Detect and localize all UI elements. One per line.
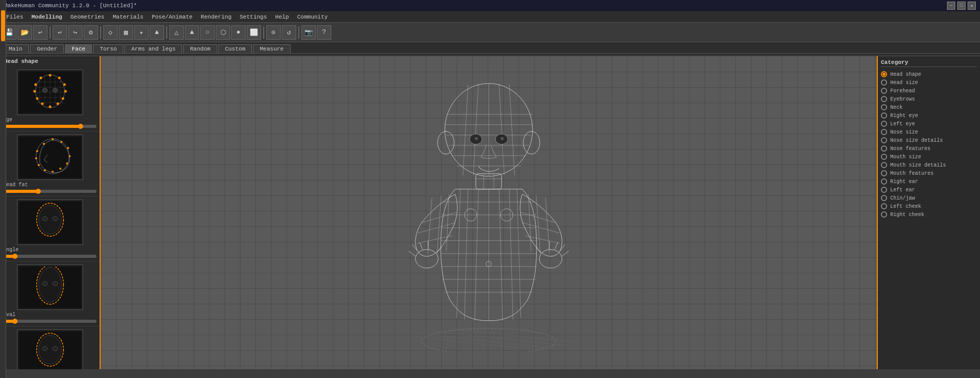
radio-8[interactable] xyxy=(881,137,887,143)
radio-7[interactable] xyxy=(881,129,887,135)
svg-point-5 xyxy=(64,90,67,93)
morph-slider-3[interactable] xyxy=(3,320,97,323)
menu-item-materials[interactable]: Materials xyxy=(108,13,147,21)
svg-line-112 xyxy=(562,251,569,256)
morph-slider-2[interactable] xyxy=(3,255,97,258)
radio-10[interactable] xyxy=(881,154,887,160)
minimize-button[interactable]: ─ xyxy=(947,2,955,10)
tab-torso[interactable]: Torso xyxy=(93,44,123,53)
morph-slider-1[interactable] xyxy=(3,190,97,193)
category-item-head-size[interactable]: Head size xyxy=(881,78,977,87)
tab-face[interactable]: Face xyxy=(65,44,92,53)
toolbar-select3-button[interactable]: ✦ xyxy=(134,25,149,40)
tab-gender[interactable]: Gender xyxy=(30,44,64,53)
category-label-8: Nose size details xyxy=(890,138,943,143)
category-item-mouth-size-details[interactable]: Mouth size details xyxy=(881,161,977,169)
morph-slider-row-3[interactable] xyxy=(3,319,97,324)
category-item-right-ear[interactable]: Right ear xyxy=(881,177,977,186)
menu-item-help[interactable]: Help xyxy=(271,13,293,21)
radio-13[interactable] xyxy=(881,178,887,185)
radio-4[interactable] xyxy=(881,104,887,110)
toolbar-tool5-button[interactable]: ⬡ xyxy=(216,25,230,40)
category-item-right-eye[interactable]: Right eye xyxy=(881,111,977,120)
category-item-right-cheek[interactable]: Right cheek xyxy=(881,210,977,219)
menu-item-pose-animate[interactable]: Pose/Animate xyxy=(148,13,197,21)
toolbar-settings-button[interactable]: ⚙ xyxy=(84,25,98,40)
toolbar-tool3-button[interactable]: ▲ xyxy=(185,25,199,40)
category-item-head-shape[interactable]: Head shape xyxy=(881,70,977,78)
svg-point-2 xyxy=(49,74,51,77)
category-item-nose-size[interactable]: Nose size xyxy=(881,128,977,136)
morph-slider-0[interactable] xyxy=(3,125,97,128)
radio-17[interactable] xyxy=(881,211,887,218)
toolbar-tool6-button[interactable]: ● xyxy=(231,25,246,40)
category-item-left-eye[interactable]: Left eye xyxy=(881,120,977,128)
category-item-eyebrows[interactable]: Eyebrows xyxy=(881,95,977,103)
morph-slider-thumb-2[interactable] xyxy=(12,254,18,259)
svg-line-71 xyxy=(509,84,515,175)
category-label-2: Forehead xyxy=(890,88,915,94)
menu-item-modelling[interactable]: Modelling xyxy=(27,13,66,21)
category-item-left-ear[interactable]: Left ear xyxy=(881,186,977,194)
toolbar-select2-button[interactable]: ▦ xyxy=(119,25,133,40)
radio-6[interactable] xyxy=(881,121,887,127)
category-item-chin/jaw[interactable]: Chin/jaw xyxy=(881,194,977,202)
radio-3[interactable] xyxy=(881,96,887,102)
radio-11[interactable] xyxy=(881,162,887,168)
tab-random[interactable]: Random xyxy=(183,44,217,53)
toolbar-tool8-button[interactable]: ⊙ xyxy=(266,25,281,40)
category-item-mouth-size[interactable]: Mouth size xyxy=(881,153,977,161)
toolbar-redo2-button[interactable]: ↪ xyxy=(68,25,83,40)
toolbar-open-button[interactable]: 📂 xyxy=(18,25,32,40)
viewport[interactable] xyxy=(101,56,877,369)
morph-slider-row-0[interactable] xyxy=(3,124,97,129)
morph-slider-thumb-1[interactable] xyxy=(36,189,41,194)
toolbar-help-button[interactable]: ? xyxy=(317,25,331,40)
category-item-neck[interactable]: Neck xyxy=(881,103,977,111)
toolbar-tool7-button[interactable]: ⬜ xyxy=(247,25,261,40)
toolbar-screenshot-button[interactable]: 📷 xyxy=(301,25,316,40)
radio-12[interactable] xyxy=(881,170,887,176)
menu-item-rendering[interactable]: Rendering xyxy=(197,13,235,21)
tab-custom[interactable]: Custom xyxy=(218,44,252,53)
svg-line-114 xyxy=(555,242,558,249)
svg-point-4 xyxy=(63,84,66,86)
scroll-thumb[interactable] xyxy=(1,10,5,41)
morph-slider-row-2[interactable] xyxy=(3,254,97,259)
toolbar-undo-button[interactable]: ↩ xyxy=(33,25,47,40)
maximize-button[interactable]: □ xyxy=(957,2,966,10)
toolbar-tool2-button[interactable]: △ xyxy=(169,25,184,40)
radio-5[interactable] xyxy=(881,112,887,119)
morph-slider-thumb-0[interactable] xyxy=(78,124,83,129)
menu-item-geometries[interactable]: Geometries xyxy=(66,13,108,21)
category-item-mouth-features[interactable]: Mouth features xyxy=(881,169,977,177)
toolbar-rotate-button[interactable]: ↺ xyxy=(282,25,296,40)
menu-item-community[interactable]: Community xyxy=(293,13,332,21)
tab-measure[interactable]: Measure xyxy=(253,44,290,53)
scroll-indicator[interactable] xyxy=(0,0,6,378)
radio-14[interactable] xyxy=(881,187,887,193)
menu-item-settings[interactable]: Settings xyxy=(236,13,271,21)
radio-1[interactable] xyxy=(881,79,887,86)
category-item-nose-features[interactable]: Nose features xyxy=(881,144,977,153)
category-item-forehead[interactable]: Forehead xyxy=(881,87,977,95)
category-item-left-cheek[interactable]: Left cheek xyxy=(881,202,977,210)
morph-slider-row-1[interactable] xyxy=(3,189,97,194)
toolbar-tool4-button[interactable]: ○ xyxy=(200,25,215,40)
tab-arms-and-legs[interactable]: Arms and legs xyxy=(124,44,182,53)
radio-15[interactable] xyxy=(881,195,887,201)
morph-slider-thumb-3[interactable] xyxy=(12,319,18,324)
category-item-nose-size-details[interactable]: Nose size details xyxy=(881,136,977,144)
svg-line-70 xyxy=(499,84,504,175)
radio-2[interactable] xyxy=(881,88,887,94)
toolbar-redo-button[interactable]: ↩ xyxy=(53,25,67,40)
toolbar-select1-button[interactable]: ◇ xyxy=(103,25,118,40)
toolbar-tool1-button[interactable]: ▲ xyxy=(150,25,164,40)
radio-9[interactable] xyxy=(881,145,887,152)
close-button[interactable]: ✕ xyxy=(968,2,976,10)
radio-0[interactable] xyxy=(881,71,887,77)
svg-line-88 xyxy=(475,189,478,320)
morph-item-oval: Oval xyxy=(0,261,100,326)
toolbar-separator-10 xyxy=(166,26,167,39)
radio-16[interactable] xyxy=(881,203,887,209)
